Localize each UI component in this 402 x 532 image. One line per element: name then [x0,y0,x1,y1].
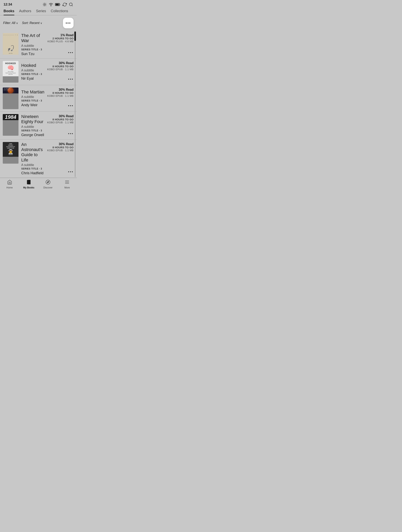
filter-label: Filter: All [3,21,15,25]
book-format: KOBO EPUB · 1.1 MB [47,121,74,124]
list-item[interactable]: HOOKED 🧠 How to BuildHabit-Forming Produ… [0,59,77,85]
book-title: The Art of War [21,33,46,44]
wifi-icon [49,2,53,7]
book-author: George Orwell [21,133,46,137]
cover-author-label: Sun Tzu [9,53,13,54]
search-icon[interactable] [69,2,73,7]
more-options-button[interactable]: ••• [63,18,74,28]
nav-item-my-books[interactable]: My Books [22,180,36,189]
book-time: 8 HOURS TO GO [47,146,74,149]
svg-line-4 [46,6,46,6]
battery-icon [55,2,61,7]
sync-icon [63,2,67,7]
nav-item-home[interactable]: Home [3,180,17,189]
book-options-button[interactable]: ••• [68,169,74,175]
cover-text: THE MARTIANANDY WEIR [4,88,10,91]
bottom-navigation: Home My Books Discover [0,178,77,193]
more-nav-icon [64,180,70,185]
sort-button[interactable]: Sort: Recent ∨ [22,21,42,25]
book-subtitle: A subtitle [21,69,46,72]
list-item[interactable]: 1984 GEORGE ORWELL Nineteen Eighty Four … [0,112,77,140]
nav-item-discover[interactable]: Discover [41,180,55,189]
svg-point-9 [51,6,51,6]
filter-chevron-icon: ∨ [16,22,18,25]
tab-series[interactable]: Series [36,9,46,15]
book-subtitle: A subtitle [21,44,46,48]
svg-line-3 [43,3,44,4]
book-cover: THE MARTIANANDY WEIR [3,88,19,109]
scrollbar-line [75,41,75,177]
svg-marker-19 [47,181,49,183]
book-author: Sun Tzu [21,52,46,56]
book-subtitle: A subtitle [21,95,46,99]
svg-rect-16 [27,180,28,184]
book-meta: 30% Read 8 HOURS TO GO KOBO EPUB · 1.1 M… [47,61,74,82]
scrollbar-thumb [74,32,76,41]
book-title: An Astronaut's Guide to Life [21,142,46,163]
book-subtitle: A subtitle [21,125,46,129]
scrollbar-track[interactable] [74,31,76,178]
book-meta: 30% Read 8 HOURS TO GO KOBO EPUB · 1.1 M… [47,114,74,137]
books-icon [26,180,31,185]
book-title: The Martian [21,89,46,95]
book-read-percent: 30% Read [47,61,74,65]
tabs-container: Books Authors Series Collections [4,9,73,15]
book-format: KOBO EPUB · 1.1 MB [47,95,74,97]
cover-author: How to BuildHabit-Forming ProductsNIR EY… [6,71,16,75]
book-subtitle: A subtitle [21,163,46,167]
cover-image: 🧠 [7,64,14,71]
tab-books[interactable]: Books [4,9,14,15]
book-read-percent: 30% Read [47,114,74,118]
list-item[interactable]: THE MARTIANANDY WEIR The Martian A subti… [0,85,77,112]
book-cover: 1984 GEORGE ORWELL [3,114,19,136]
cover-number: 1984 [5,114,16,120]
book-format: KOBO EPUB · 1.1 MB [47,68,74,71]
filter-button[interactable]: Filter: All ∨ [3,21,18,25]
book-meta: 30% Read 8 HOURS TO GO KOBO EPUB · 1.1 M… [47,142,74,175]
book-read-percent: 30% Read [47,88,74,91]
book-title: Hooked [21,63,46,68]
book-time: 8 HOURS TO GO [47,91,74,95]
book-author: Chris Hadfield [21,171,46,175]
svg-rect-11 [56,4,59,5]
book-cover: CHRISHADFIELDAN ASTRONAUT'SGUIDE TO LIFE… [3,142,19,164]
cover-bottom: ON EARTH [9,155,13,156]
nav-item-more[interactable]: More [60,180,74,189]
filter-row: Filter: All ∨ Sort: Recent ∨ ••• [0,15,77,31]
book-stats: 1% Read 2 HOURS TO GO KOBO PLUS · 4.6 MB [47,33,74,43]
sort-label: Sort: Recent [22,21,39,25]
book-options-button[interactable]: ••• [68,76,74,82]
book-info: An Astronaut's Guide to Life A subtitle … [21,142,47,175]
tab-authors[interactable]: Authors [19,9,31,15]
book-time: 2 HOURS TO GO [47,37,74,40]
more-dots-icon: ••• [65,21,71,25]
book-cover: HOOKED 🧠 How to BuildHabit-Forming Produ… [3,61,19,82]
tab-collections[interactable]: Collections [51,9,68,15]
discover-icon [45,180,51,185]
book-cover: ○○○○○○○○○○ ⚐ ≡ 🎣 Sun Tzu [3,33,19,55]
book-meta: 1% Read 2 HOURS TO GO KOBO PLUS · 4.6 MB… [47,33,74,56]
book-info: The Art of War A subtitle SERIES TITLE -… [21,33,47,56]
book-stats: 30% Read 8 HOURS TO GO KOBO EPUB · 1.1 M… [47,142,74,152]
svg-line-14 [72,5,73,6]
book-options-button[interactable]: ••• [68,103,74,109]
book-info: The Martian A subtitle SERIES TITLE - 3 … [21,88,47,109]
book-series: SERIES TITLE - 3 [21,48,46,51]
book-author: Andy Weir [21,103,46,107]
home-label: Home [6,186,13,189]
list-item[interactable]: ○○○○○○○○○○ ⚐ ≡ 🎣 Sun Tzu The Art of War … [0,31,77,59]
discover-label: Discover [43,186,52,189]
status-icons [43,2,73,7]
time-display: 12:34 [4,3,12,6]
filter-left: Filter: All ∨ Sort: Recent ∨ [3,21,42,25]
book-title: Nineteen Eighty Four [21,114,46,125]
book-options-button[interactable]: ••• [68,50,74,56]
home-icon [7,180,12,185]
cover-title: HOOKED [5,62,16,64]
status-bar: 12:34 [0,0,77,8]
book-time: 8 HOURS TO GO [47,118,74,121]
list-item[interactable]: CHRISHADFIELDAN ASTRONAUT'SGUIDE TO LIFE… [0,140,77,178]
svg-line-8 [46,3,46,4]
book-options-button[interactable]: ••• [68,131,74,137]
cover-figure: 🎣 [7,45,14,52]
